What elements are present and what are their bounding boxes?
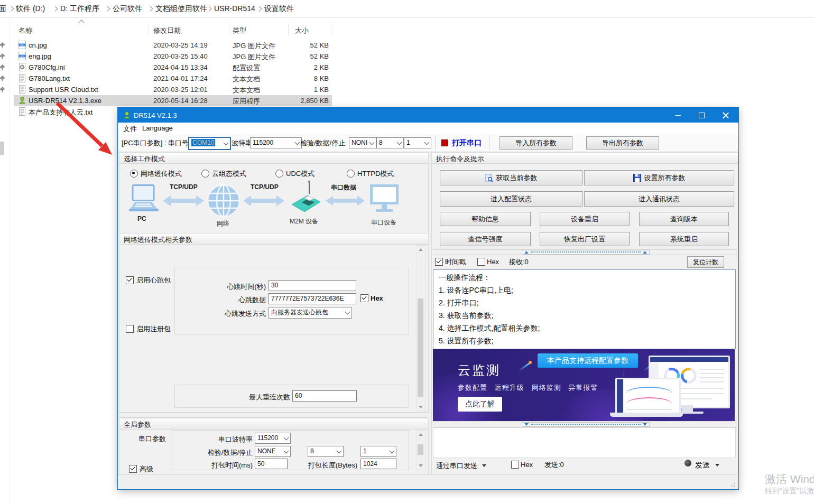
- global-stopbits-select[interactable]: 1: [360, 446, 396, 457]
- enable-heartbeat-checkbox[interactable]: [126, 276, 134, 284]
- radio-net-passthrough[interactable]: [130, 170, 138, 178]
- pack-len-input[interactable]: 1024: [360, 459, 396, 469]
- heartbeat-time-input[interactable]: 30: [269, 280, 356, 291]
- file-row[interactable]: JPG cn.jpg 2020-03-25 14:19 JPG 图片文件 52 …: [14, 40, 332, 51]
- send-splitter[interactable]: [433, 422, 737, 427]
- enable-register-checkbox[interactable]: [126, 325, 134, 333]
- get-params-button[interactable]: 获取当前参数: [440, 170, 582, 185]
- radio-cloud-scada[interactable]: [201, 170, 209, 178]
- stopbits-select[interactable]: 1: [404, 137, 431, 148]
- parity-select[interactable]: NONI: [349, 137, 376, 148]
- scroll-down-icon[interactable]: [419, 464, 423, 467]
- radio-httpd-mode-label[interactable]: HTTPD模式: [357, 170, 394, 178]
- receive-log[interactable]: 一般操作流程： 1. 设备连PC串口,上电; 2. 打开串口; 3. 获取当前参…: [433, 269, 736, 349]
- menu-language[interactable]: Language: [142, 124, 173, 132]
- file-row[interactable]: Support USR Cloud.txt 2020-03-25 12:01 文…: [14, 84, 332, 95]
- radio-net-passthrough-label[interactable]: 网络透传模式: [141, 170, 182, 178]
- close-button[interactable]: [714, 108, 737, 123]
- send-via-select[interactable]: 通过串口发送: [436, 462, 477, 470]
- factory-reset-button[interactable]: 恢复出厂设置: [540, 232, 630, 246]
- breadcrumb-item[interactable]: 公司软件: [109, 0, 145, 17]
- databits-select[interactable]: 8: [376, 137, 404, 148]
- reset-count-button[interactable]: 复位计数: [687, 256, 724, 268]
- radio-udc-mode[interactable]: [275, 170, 283, 178]
- banner-cta-button[interactable]: 点此了解: [458, 397, 502, 412]
- chevron-down-icon[interactable]: [482, 464, 486, 467]
- menu-file[interactable]: 文件: [123, 124, 137, 134]
- left-panel-splitter[interactable]: [119, 412, 428, 418]
- max-reconnect-input[interactable]: 60: [292, 390, 357, 402]
- splitter-handle[interactable]: [522, 250, 650, 255]
- send-hex-checkbox[interactable]: [511, 461, 519, 469]
- breadcrumb-item[interactable]: USR-DR514: [211, 0, 258, 17]
- baud-select[interactable]: 115200: [250, 137, 302, 148]
- enable-heartbeat-label[interactable]: 启用心跳包: [136, 276, 171, 285]
- enter-comm-button[interactable]: 进入通讯状态: [584, 191, 734, 207]
- column-divider[interactable]: [229, 24, 229, 35]
- breadcrumb-item[interactable]: 面: [0, 0, 10, 17]
- advanced-checkbox[interactable]: [129, 465, 137, 473]
- timestamp-checkbox[interactable]: [435, 258, 443, 266]
- column-header-size[interactable]: 大小: [295, 26, 309, 35]
- receive-splitter[interactable]: [433, 249, 737, 255]
- open-port-button[interactable]: 打开串口: [452, 138, 482, 148]
- scroll-down-icon[interactable]: [419, 406, 423, 408]
- breadcrumb-item[interactable]: 设置软件: [261, 0, 297, 17]
- device-restart-button[interactable]: 设备重启: [540, 212, 630, 226]
- system-restart-button[interactable]: 系统重启: [639, 232, 729, 246]
- breadcrumb-item[interactable]: 文档组使用软件: [152, 0, 210, 17]
- scrollbar-thumb[interactable]: [418, 444, 423, 455]
- radio-udc-mode-label[interactable]: UDC模式: [286, 170, 314, 178]
- export-params-button[interactable]: 导出所有参数: [586, 136, 659, 150]
- file-row[interactable]: JPG eng.jpg 2020-03-25 15:40 JPG 图片文件 52…: [14, 51, 332, 62]
- set-params-button[interactable]: 设置所有参数: [584, 170, 734, 185]
- receive-hex-label[interactable]: Hex: [487, 258, 499, 266]
- port-select[interactable]: COM10: [188, 137, 231, 150]
- help-info-button[interactable]: 帮助信息: [440, 212, 531, 226]
- heartbeat-mode-select[interactable]: 向服务器发送心跳包: [269, 307, 352, 319]
- heartbeat-hex-checkbox[interactable]: [360, 294, 368, 302]
- column-header-name[interactable]: 名称: [18, 26, 32, 35]
- scrollbar-thumb[interactable]: [418, 298, 423, 397]
- title-bar[interactable]: DR514 V2.1.3: [118, 108, 738, 123]
- advanced-label[interactable]: 高级: [140, 465, 153, 473]
- radio-httpd-mode[interactable]: [347, 170, 355, 178]
- radio-cloud-scada-label[interactable]: 云组态模式: [212, 170, 246, 178]
- enter-config-button[interactable]: 进入配置状态: [440, 191, 582, 207]
- scroll-up-icon[interactable]: [419, 433, 423, 436]
- receive-hex-checkbox[interactable]: [477, 258, 485, 266]
- chevron-down-icon[interactable]: [715, 464, 719, 466]
- promo-banner[interactable]: 本产品支持远程配置参数 云监测 参数配置 远程升级 网络监测 异常报警 点此了解: [433, 349, 735, 421]
- heartbeat-data-input[interactable]: 7777772E7573722E636E: [269, 293, 356, 304]
- global-params-scrollbar[interactable]: [417, 430, 426, 470]
- enable-register-label[interactable]: 启用注册包: [136, 325, 171, 333]
- file-row[interactable]: G780Cfg.ini 2024-04-15 13:34 配置设置 2 KB: [14, 62, 332, 73]
- heartbeat-hex-label[interactable]: Hex: [371, 294, 383, 303]
- scroll-up-icon[interactable]: [419, 248, 423, 251]
- column-divider[interactable]: [332, 24, 332, 35]
- column-divider[interactable]: [148, 24, 149, 35]
- column-header-date[interactable]: 修改日期: [153, 26, 181, 35]
- send-input-area[interactable]: [433, 427, 736, 458]
- breadcrumb-item[interactable]: D: 工作程序: [57, 0, 103, 17]
- breadcrumb-item[interactable]: 软件 (D:): [13, 0, 48, 17]
- minimize-button[interactable]: [667, 108, 690, 123]
- splitter-handle[interactable]: [522, 422, 650, 427]
- import-params-button[interactable]: 导入所有参数: [500, 136, 572, 150]
- maximize-button[interactable]: [690, 108, 713, 123]
- pack-time-input[interactable]: 50: [255, 459, 288, 469]
- signal-strength-button[interactable]: 查信号强度: [440, 232, 531, 246]
- send-button[interactable]: 发送: [695, 461, 710, 469]
- nav-scrollbar-fragment[interactable]: [0, 142, 4, 155]
- global-parity-select[interactable]: NONE: [255, 446, 291, 457]
- send-hex-label[interactable]: Hex: [521, 461, 533, 469]
- global-databits-select[interactable]: 8: [308, 446, 344, 457]
- query-version-button[interactable]: 查询版本: [639, 212, 729, 226]
- net-params-scrollbar[interactable]: [417, 245, 426, 412]
- file-row[interactable]: G780Lang.txt 2021-04-01 17:24 文本文档 8 KB: [14, 73, 332, 84]
- column-header-type[interactable]: 类型: [233, 26, 246, 35]
- resize-grip-icon[interactable]: [729, 481, 735, 487]
- timestamp-label[interactable]: 时间戳: [445, 258, 466, 266]
- column-divider[interactable]: [288, 24, 289, 35]
- global-baud-select[interactable]: 115200: [255, 433, 291, 444]
